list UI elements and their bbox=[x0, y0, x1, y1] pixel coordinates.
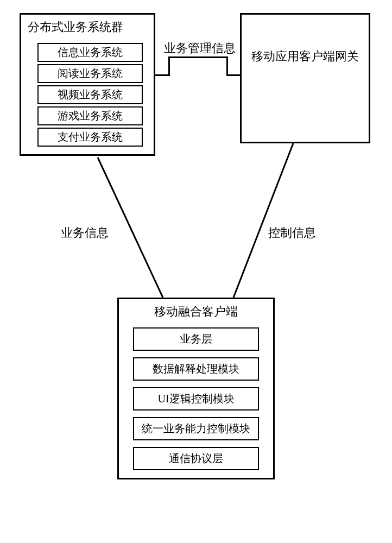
svg-line-1 bbox=[233, 143, 293, 298]
left-diag-label: 业务信息 bbox=[61, 225, 109, 241]
right-diag-label: 控制信息 bbox=[268, 225, 316, 241]
left-diagonal-connector bbox=[0, 0, 392, 543]
